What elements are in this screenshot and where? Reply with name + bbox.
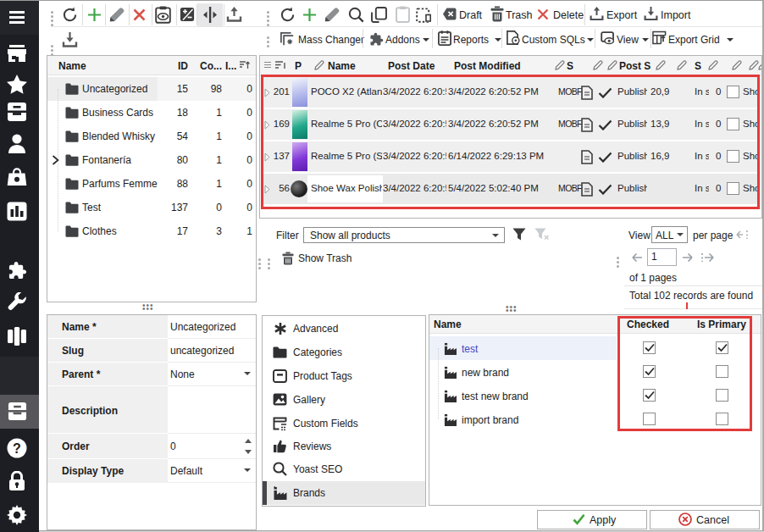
- svg-text:?: ?: [13, 441, 21, 456]
